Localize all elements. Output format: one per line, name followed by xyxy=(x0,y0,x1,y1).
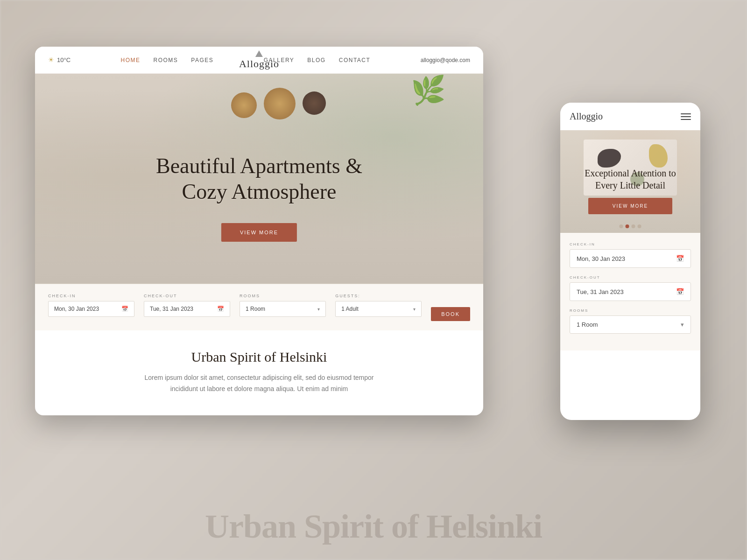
plant-decoration: 🌿 xyxy=(411,74,446,107)
wall-circle-3 xyxy=(303,91,326,115)
hero-cta-button[interactable]: VIEW MORE xyxy=(221,223,297,242)
content-title: Urban Spirit of Helsinki xyxy=(72,349,446,365)
checkin-input[interactable]: Mon, 30 Jan 2023 📅 xyxy=(48,301,134,317)
hamburger-line-2 xyxy=(681,116,691,117)
wall-circle-2 xyxy=(264,88,296,119)
mobile-rooms-select[interactable]: 1 Room ▾ xyxy=(570,315,691,334)
hamburger-line-1 xyxy=(681,113,691,114)
mobile-checkin-input[interactable]: Mon, 30 Jan 2023 📅 xyxy=(570,249,691,268)
logo-triangle-icon xyxy=(255,50,263,57)
desktop-logo: Alloggio xyxy=(239,50,279,70)
rooms-select[interactable]: 1 Room ▾ xyxy=(240,301,326,317)
hero-dots xyxy=(620,224,641,228)
nav-link-pages[interactable]: PAGES xyxy=(191,57,213,63)
checkout-input[interactable]: Tue, 31 Jan 2023 📅 xyxy=(144,301,230,317)
art-blob-gold xyxy=(649,144,668,168)
mobile-checkin-field: CHECK-IN Mon, 30 Jan 2023 📅 xyxy=(570,242,691,268)
logo-text: Alloggio xyxy=(239,58,279,70)
chevron-down-icon-2: ▾ xyxy=(413,307,416,312)
wall-decorations xyxy=(231,88,326,119)
mobile-rooms-value: 1 Room xyxy=(577,321,598,328)
mobile-checkout-field: CHECK-OUT Tue, 31 Jan 2023 📅 xyxy=(570,275,691,301)
calendar-icon: 📅 xyxy=(121,306,128,312)
mobile-logo: Alloggio xyxy=(570,111,603,122)
checkin-label: CHECK-IN xyxy=(48,294,134,298)
nav-email: alloggio@qode.com xyxy=(421,57,470,63)
checkout-field: CHECK-OUT Tue, 31 Jan 2023 📅 xyxy=(144,294,230,317)
desktop-hero: 🌿 Beautiful Apartments & Cozy Atmosphere… xyxy=(35,74,483,284)
mobile-rooms-field: ROOMS 1 Room ▾ xyxy=(570,308,691,334)
mobile-checkin-value: Mon, 30 Jan 2023 xyxy=(577,255,625,262)
mobile-checkout-label: CHECK-OUT xyxy=(570,275,691,280)
nav-link-home[interactable]: HOME xyxy=(120,57,140,63)
nav-link-blog[interactable]: BLOG xyxy=(307,57,325,63)
mobile-hero-title-line1: Exceptional Attention to xyxy=(585,168,676,178)
booking-bar: CHECK-IN Mon, 30 Jan 2023 📅 CHECK-OUT Tu… xyxy=(35,284,483,330)
mobile-checkin-label: CHECK-IN xyxy=(570,242,691,246)
mobile-checkout-value: Tue, 31 Jan 2023 xyxy=(577,288,624,295)
mobile-hero-title-line2: Every Little Detail xyxy=(595,180,665,190)
desktop-mockup: ☀ 10°C HOME ROOMS PAGES Alloggio GALLERY… xyxy=(35,47,483,415)
guests-value: 1 Adult xyxy=(341,306,359,312)
dot-2-active[interactable] xyxy=(626,224,629,228)
hamburger-line-3 xyxy=(681,119,691,120)
checkin-field: CHECK-IN Mon, 30 Jan 2023 📅 xyxy=(48,294,134,317)
mobile-nav: Alloggio xyxy=(560,103,700,130)
mobile-hero: Exceptional Attention to Every Little De… xyxy=(560,130,700,233)
weather-temp: 10°C xyxy=(57,56,70,63)
hero-title-line1: Beautiful Apartments & xyxy=(156,154,362,178)
rooms-label: ROOMS xyxy=(240,294,326,298)
nav-links: HOME ROOMS PAGES xyxy=(120,57,213,63)
guests-select[interactable]: 1 Adult ▾ xyxy=(335,301,422,317)
sun-icon: ☀ xyxy=(48,56,54,64)
nav-link-contact[interactable]: CONTACT xyxy=(339,57,371,63)
mobile-chevron-down-icon: ▾ xyxy=(681,321,684,328)
rooms-value: 1 Room xyxy=(246,306,265,312)
guests-label: GUESTS: xyxy=(335,294,422,298)
mobile-mockup: Alloggio Exceptional Attention to Every … xyxy=(560,103,700,420)
dot-3[interactable] xyxy=(632,224,635,228)
chevron-down-icon: ▾ xyxy=(317,307,320,312)
checkout-label: CHECK-OUT xyxy=(144,294,230,298)
checkin-value: Mon, 30 Jan 2023 xyxy=(54,306,99,312)
mobile-hero-title: Exceptional Attention to Every Little De… xyxy=(570,167,691,191)
desktop-content: Urban Spirit of Helsinki Lorem ipsum dol… xyxy=(35,330,483,404)
hero-title-line2: Cozy Atmosphere xyxy=(182,180,337,203)
dot-4[interactable] xyxy=(638,224,641,228)
dot-1[interactable] xyxy=(620,224,623,228)
hero-title: Beautiful Apartments & Cozy Atmosphere xyxy=(156,153,362,204)
mobile-rooms-label: ROOMS xyxy=(570,308,691,313)
mobile-hero-content: Exceptional Attention to Every Little De… xyxy=(560,167,700,214)
mobile-hero-cta-button[interactable]: VIEW MORE xyxy=(588,198,672,214)
guests-field: GUESTS: 1 Adult ▾ xyxy=(335,294,422,317)
wall-circle-1 xyxy=(231,92,257,118)
rooms-field: ROOMS 1 Room ▾ xyxy=(240,294,326,317)
mobile-checkout-input[interactable]: Tue, 31 Jan 2023 📅 xyxy=(570,282,691,301)
content-text: Lorem ipsum dolor sit amet, consectetur … xyxy=(142,372,376,395)
art-blob-dark xyxy=(598,149,621,168)
desktop-nav: ☀ 10°C HOME ROOMS PAGES Alloggio GALLERY… xyxy=(35,47,483,74)
mobile-booking: CHECK-IN Mon, 30 Jan 2023 📅 CHECK-OUT Tu… xyxy=(560,233,700,350)
calendar-icon-2: 📅 xyxy=(217,306,224,312)
nav-links-right: GALLERY BLOG CONTACT xyxy=(264,57,371,63)
book-now-button[interactable]: BOOK xyxy=(431,307,470,321)
nav-link-rooms[interactable]: ROOMS xyxy=(153,57,178,63)
mobile-calendar-icon-2: 📅 xyxy=(676,288,684,295)
nav-weather: ☀ 10°C xyxy=(48,56,70,64)
checkout-value: Tue, 31 Jan 2023 xyxy=(150,306,193,312)
background-text: Urban Spirit of Helsinki xyxy=(205,507,542,546)
mobile-calendar-icon: 📅 xyxy=(676,255,684,262)
hamburger-button[interactable] xyxy=(681,113,691,120)
